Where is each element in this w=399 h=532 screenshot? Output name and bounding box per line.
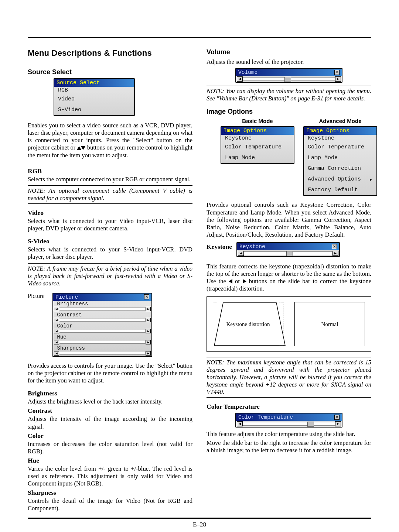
basic-item-colortemp[interactable]: Color Temperature: [221, 142, 294, 152]
volume-desc: Adjusts the sound level of the projector…: [207, 58, 371, 66]
slider-left-cap-icon[interactable]: ◄: [54, 340, 59, 344]
basic-menu-title: Image Options: [221, 127, 294, 135]
slider-thumb[interactable]: [307, 422, 314, 427]
keystone-row: Keystone Keystone × ◄ ►: [207, 242, 371, 260]
keystone-panel-title: Keystone ×: [237, 243, 339, 250]
triangle-down-icon: [81, 146, 85, 150]
slider-right-cap-icon[interactable]: ►: [146, 318, 151, 322]
basic-item-keystone[interactable]: Keystone: [221, 135, 294, 142]
source-select-menu: Source Select RGB Video S-Video: [54, 78, 135, 116]
image-options-heading: Image Options: [207, 108, 371, 116]
color-text: Increases or decreases the color saturat…: [28, 440, 192, 455]
advanced-menu-title: Image Options: [304, 127, 376, 135]
slider-rail[interactable]: [59, 308, 145, 310]
left-column: Menu Descriptions & Functions Source Sel…: [28, 48, 192, 514]
close-icon[interactable]: ×: [334, 70, 340, 75]
up-down-icons: [77, 144, 85, 151]
sharpness-heading: Sharpness: [28, 489, 192, 497]
basic-mode-col: Basic Mode Image Options Keystone Color …: [221, 118, 294, 196]
hue-text: Varies the color level from +/- green to…: [28, 465, 192, 487]
basic-item-lampmode[interactable]: Lamp Mode: [221, 152, 294, 163]
slider-thumb[interactable]: [286, 251, 293, 256]
image-options-modes: Basic Mode Image Options Keystone Color …: [221, 118, 371, 196]
close-icon[interactable]: ×: [144, 294, 149, 299]
color-slider[interactable]: ◄►: [53, 329, 151, 334]
source-select-menu-title: Source Select: [54, 79, 134, 87]
hue-slider[interactable]: ◄►: [53, 340, 151, 345]
adv-item-keystone[interactable]: Keystone: [304, 135, 376, 142]
video-heading: Video: [28, 209, 192, 217]
right-column: Volume Adjusts the sound level of the pr…: [207, 48, 371, 514]
triangle-left-icon: [229, 279, 232, 284]
slider-right-cap-icon[interactable]: ►: [146, 307, 151, 311]
colortemp-panel-title: Color Temperature ×: [236, 413, 342, 421]
adv-item-gamma[interactable]: Gamma Correction: [304, 163, 376, 174]
slider-rail[interactable]: [243, 77, 335, 81]
contrast-heading: Contrast: [28, 407, 192, 415]
menu-item-video[interactable]: Video: [54, 94, 134, 104]
picture-panel-title: Picture ×: [53, 294, 151, 301]
source-select-desc: Enables you to select a video source suc…: [28, 122, 192, 159]
slider-left-cap-icon[interactable]: ◄: [54, 351, 59, 356]
contrast-slider[interactable]: ◄►: [53, 318, 151, 323]
keystone-slider[interactable]: ◄ ►: [237, 250, 339, 256]
slider-right-cap-icon[interactable]: ►: [335, 421, 341, 426]
rgb-desc: Selects the computer connected to your R…: [28, 176, 192, 183]
picture-row-brightness-label: Brightness: [53, 301, 151, 307]
slider-rail[interactable]: [59, 341, 145, 344]
keystone-heading: Keystone: [207, 243, 232, 251]
slider-thumb[interactable]: [284, 77, 291, 82]
slider-right-cap-icon[interactable]: ►: [146, 329, 151, 333]
menu-item-rgb[interactable]: RGB: [54, 87, 134, 94]
note-rule: [207, 357, 371, 357]
slider-left-cap-icon[interactable]: ◄: [54, 307, 59, 311]
hue-heading: Hue: [28, 457, 192, 464]
slider-left-cap-icon[interactable]: ◄: [237, 421, 243, 426]
keystone-desc-mid: or: [232, 278, 243, 285]
source-select-heading: Source Select: [28, 68, 192, 76]
top-rule: [28, 37, 371, 38]
slider-rail[interactable]: [244, 251, 332, 255]
note-rule: [207, 86, 371, 86]
adv-item-factory-default[interactable]: Factory Default: [304, 185, 376, 195]
picture-row-hue-label: Hue: [53, 334, 151, 340]
keystone-distortion-fig: Keystone distortion: [213, 302, 283, 346]
slider-left-cap-icon[interactable]: ◄: [237, 76, 243, 82]
slider-rail[interactable]: [59, 330, 145, 333]
brightness-text: Adjusts the brightness level or the back…: [28, 398, 192, 405]
slider-right-cap-icon[interactable]: ►: [146, 351, 151, 356]
note-rule: [207, 104, 371, 104]
keystone-note: NOTE: The maximum keystone angle that ca…: [207, 359, 371, 396]
basic-mode-head: Basic Mode: [221, 118, 294, 124]
adv-item-colortemp[interactable]: Color Temperature: [304, 142, 376, 152]
adv-item-advanced-options[interactable]: Advanced Options: [304, 174, 376, 185]
picture-row-sharpness-label: Sharpness: [53, 345, 151, 351]
slider-left-cap-icon[interactable]: ◄: [54, 318, 59, 322]
page-number: E–28: [28, 521, 371, 528]
note-rule: [28, 263, 192, 264]
volume-slider[interactable]: ◄ ►: [236, 76, 342, 82]
slider-right-cap-icon[interactable]: ►: [146, 340, 151, 344]
colortemp-slider[interactable]: ◄ ►: [236, 421, 342, 427]
slider-rail[interactable]: [59, 352, 145, 355]
advanced-mode-menu: Image Options Keystone Color Temperature…: [303, 126, 377, 196]
slider-right-cap-icon[interactable]: ►: [335, 76, 341, 82]
close-icon[interactable]: ×: [332, 244, 337, 249]
close-icon[interactable]: ×: [334, 415, 340, 420]
sharpness-slider[interactable]: ◄►: [53, 351, 151, 356]
slider-rail[interactable]: [243, 422, 335, 426]
slider-right-cap-icon[interactable]: ►: [332, 251, 338, 256]
slider-left-cap-icon[interactable]: ◄: [54, 329, 59, 333]
contrast-text: Adjusts the intensity of the image accor…: [28, 415, 192, 430]
volume-note: NOTE: You can display the volume bar wit…: [207, 87, 371, 102]
note-rule: [28, 289, 192, 289]
slider-left-cap-icon[interactable]: ◄: [238, 251, 244, 256]
menu-item-svideo[interactable]: S-Video: [54, 104, 134, 115]
rgb-heading: RGB: [28, 167, 192, 175]
colortemp-slider-panel: Color Temperature × ◄ ►: [235, 413, 342, 428]
slider-rail[interactable]: [59, 319, 145, 322]
brightness-slider[interactable]: ◄►: [53, 307, 151, 312]
adv-item-lampmode[interactable]: Lamp Mode: [304, 152, 376, 163]
picture-panel: Picture × Brightness ◄► Contrast ◄► Colo…: [52, 293, 152, 357]
color-heading: Color: [28, 432, 192, 440]
